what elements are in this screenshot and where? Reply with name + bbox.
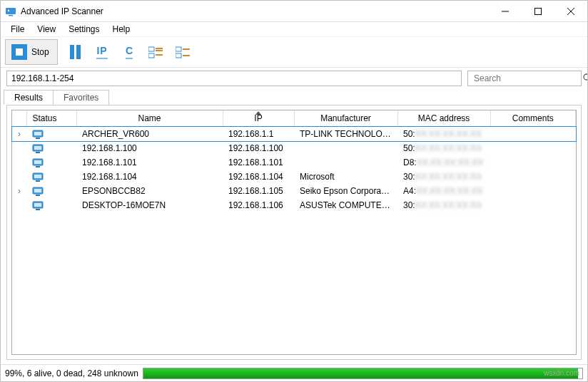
cell-name: ARCHER_VR600 — [76, 127, 223, 142]
table-row[interactable]: 192.168.1.100192.168.1.10050:XX:XX:XX:XX… — [12, 141, 576, 155]
cell-ip: 192.168.1.105 — [223, 184, 294, 198]
svg-rect-29 — [36, 180, 40, 182]
cell-name: EPSONBCCB82 — [76, 184, 223, 198]
search-icon — [582, 73, 588, 85]
cell-manufacturer — [294, 155, 397, 170]
cell-comments — [490, 170, 576, 184]
cell-ip: 192.168.1.1 — [223, 127, 294, 142]
col-expand[interactable] — [12, 110, 26, 127]
window-title: Advanced IP Scanner — [21, 6, 103, 16]
cell-name: 192.168.1.101 — [76, 155, 223, 170]
svg-rect-25 — [34, 160, 41, 164]
svg-rect-32 — [36, 195, 40, 196]
cell-status — [26, 127, 76, 142]
computer-icon — [32, 201, 44, 210]
cell-status — [26, 141, 76, 155]
computer-icon — [32, 144, 44, 153]
minimize-button[interactable] — [489, 1, 522, 22]
title-bar: Advanced IP Scanner — [1, 1, 587, 22]
table-row[interactable]: 192.168.1.104192.168.1.104Microsoft30:XX… — [12, 170, 576, 184]
svg-rect-4 — [535, 8, 542, 14]
cell-manufacturer: ASUSTek COMPUTER I... — [294, 198, 397, 212]
expand-all-button[interactable] — [146, 42, 166, 62]
expand-toggle[interactable]: › — [12, 127, 26, 142]
cell-ip: 192.168.1.104 — [223, 170, 294, 184]
cell-comments — [490, 155, 576, 170]
search-input[interactable] — [472, 73, 582, 84]
svg-rect-23 — [36, 152, 40, 153]
table-row[interactable]: 192.168.1.101192.168.1.101D8:XX:XX:XX:XX… — [12, 155, 576, 170]
search-box[interactable] — [467, 71, 582, 86]
cell-mac: A4:XX:XX:XX:XX:XX — [397, 184, 490, 198]
tab-favorites[interactable]: Favorites — [53, 90, 109, 105]
results-table: Status Name IP Manufacturer MAC address … — [12, 110, 576, 212]
svg-rect-14 — [176, 53, 181, 58]
status-bar: 99%, 6 alive, 0 dead, 248 unknown wsxdn.… — [1, 364, 587, 381]
svg-rect-28 — [34, 175, 41, 178]
stop-icon — [11, 44, 27, 60]
tab-results[interactable]: Results — [4, 90, 54, 105]
svg-rect-0 — [6, 8, 16, 14]
cell-status — [26, 198, 76, 212]
col-comments[interactable]: Comments — [490, 110, 576, 127]
svg-rect-22 — [34, 146, 41, 150]
menu-view[interactable]: View — [31, 23, 61, 36]
col-name[interactable]: Name — [76, 110, 223, 127]
filter-row — [1, 68, 587, 89]
collapse-all-button[interactable] — [173, 42, 193, 62]
menu-settings[interactable]: Settings — [63, 23, 105, 36]
svg-rect-35 — [36, 209, 40, 210]
table-row[interactable]: DESKTOP-16MOE7N192.168.1.106ASUSTek COMP… — [12, 198, 576, 212]
col-ip[interactable]: IP — [223, 110, 294, 127]
menu-help[interactable]: Help — [107, 23, 136, 36]
computer-icon — [32, 172, 44, 181]
stop-button[interactable]: Stop — [5, 39, 58, 65]
expand-toggle — [12, 170, 26, 184]
menu-file[interactable]: File — [5, 23, 30, 36]
cell-ip: 192.168.1.101 — [223, 155, 294, 170]
cell-comments — [490, 184, 576, 198]
cell-status — [26, 155, 76, 170]
progress-bar: wsxdn.com — [143, 368, 583, 379]
table-row[interactable]: ›EPSONBCCB82192.168.1.105Seiko Epson Cor… — [12, 184, 576, 198]
class-c-button[interactable]: C — [119, 42, 139, 62]
collapse-all-icon — [176, 46, 191, 58]
svg-rect-26 — [36, 166, 40, 167]
cell-mac: 30:XX:XX:XX:XX:XX — [397, 198, 490, 212]
computer-icon — [32, 158, 44, 167]
pause-icon — [70, 45, 81, 59]
cell-name: DESKTOP-16MOE7N — [76, 198, 223, 212]
pause-button[interactable] — [65, 42, 85, 62]
close-button[interactable] — [554, 1, 587, 22]
cell-comments — [490, 198, 576, 212]
cell-mac: 30:XX:XX:XX:XX:XX — [397, 170, 490, 184]
col-mac[interactable]: MAC address — [397, 110, 490, 127]
svg-rect-12 — [176, 47, 181, 51]
cell-ip: 192.168.1.100 — [223, 141, 294, 155]
table-row[interactable]: ›ARCHER_VR600192.168.1.1TP-LINK TECHNOLO… — [12, 127, 576, 142]
cell-name: 192.168.1.104 — [76, 170, 223, 184]
app-icon — [5, 6, 16, 17]
col-manufacturer[interactable]: Manufacturer — [294, 110, 397, 127]
cell-manufacturer: Seiko Epson Corporati... — [294, 184, 397, 198]
expand-toggle[interactable]: › — [12, 184, 26, 198]
cell-mac: 50:XX:XX:XX:XX:XX — [397, 127, 490, 142]
cell-manufacturer: TP-LINK TECHNOLOG... — [294, 127, 397, 142]
cell-manufacturer — [294, 141, 397, 155]
svg-point-16 — [584, 74, 588, 80]
expand-toggle — [12, 155, 26, 170]
ip-columns-button[interactable]: IP — [92, 42, 112, 62]
svg-rect-1 — [9, 15, 13, 16]
cell-manufacturer: Microsoft — [294, 170, 397, 184]
content-panel: Status Name IP Manufacturer MAC address … — [6, 105, 582, 360]
svg-rect-7 — [148, 47, 154, 51]
computer-icon — [32, 187, 44, 195]
ip-range-input[interactable] — [6, 71, 462, 86]
cell-mac: D8:XX:XX:XX:XX:XX — [397, 155, 490, 170]
cell-mac: 50:XX:XX:XX:XX:XX — [397, 141, 490, 155]
svg-rect-34 — [34, 203, 41, 207]
maximize-button[interactable] — [522, 1, 554, 22]
status-text: 99%, 6 alive, 0 dead, 248 unknown — [5, 368, 138, 378]
col-status[interactable]: Status — [26, 110, 76, 127]
cell-ip: 192.168.1.106 — [223, 198, 294, 212]
